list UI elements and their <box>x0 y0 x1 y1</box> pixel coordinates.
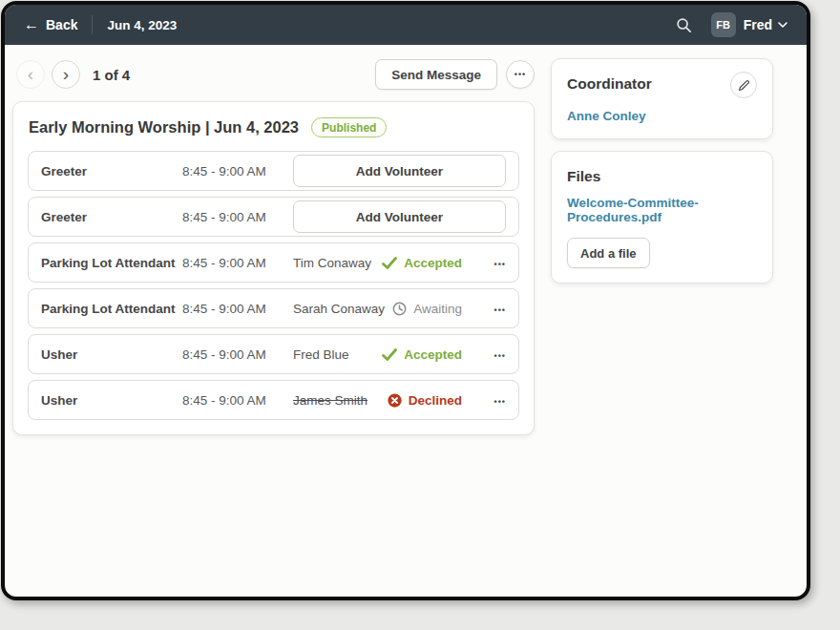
files-title: Files <box>567 164 757 185</box>
status-badge: Awaiting <box>392 302 462 316</box>
next-plan-button[interactable]: › <box>52 60 80 89</box>
plan-header: Early Morning Worship | Jun 4, 2023 Publ… <box>29 117 519 137</box>
coordinator-header: Coordinator <box>567 72 757 98</box>
toolbar-more-button[interactable]: ••• <box>506 60 535 89</box>
published-badge: Published <box>311 117 387 137</box>
app-window: ← Back Jun 4, 2023 FB Fred ‹ › 1 of 4 Se… <box>1 1 810 600</box>
position-row: Usher 8:45 - 9:00 AM James Smith Decline… <box>28 380 519 420</box>
volunteer-name: James Smith <box>293 393 388 408</box>
position-role: Greeter <box>41 164 182 178</box>
topbar-right: FB Fred <box>676 12 788 37</box>
position-time: 8:45 - 9:00 AM <box>182 256 293 270</box>
position-time: 8:45 - 9:00 AM <box>182 210 293 224</box>
ellipsis-icon: ••• <box>494 397 506 407</box>
position-row: Greeter 8:45 - 9:00 AM Add Volunteer <box>28 197 519 237</box>
volunteer-name: Fred Blue <box>293 347 382 362</box>
clock-icon <box>392 302 407 316</box>
coordinator-link[interactable]: Anne Conley <box>567 109 646 123</box>
send-message-button[interactable]: Send Message <box>375 59 497 90</box>
coordinator-card: Coordinator Anne Conley <box>551 58 773 139</box>
topbar-date: Jun 4, 2023 <box>107 18 177 32</box>
status-badge: Accepted <box>382 256 462 270</box>
status-label: Declined <box>409 393 462 408</box>
volunteer-name: Tim Conaway <box>293 256 382 270</box>
row-more-button[interactable]: ••• <box>494 298 506 320</box>
position-time: 8:45 - 9:00 AM <box>182 393 293 408</box>
add-volunteer-button[interactable]: Add Volunteer <box>293 200 506 233</box>
position-role: Usher <box>41 393 182 408</box>
user-name: Fred <box>744 17 772 32</box>
back-button[interactable]: ← Back <box>24 17 77 32</box>
search-button[interactable] <box>676 17 692 33</box>
declined-x-icon <box>388 393 402 408</box>
position-time: 8:45 - 9:00 AM <box>182 302 293 316</box>
position-time: 8:45 - 9:00 AM <box>182 347 293 362</box>
sidebar: Coordinator Anne Conley Files Welcome-Co… <box>551 58 773 435</box>
check-icon <box>382 257 397 269</box>
ellipsis-icon: ••• <box>494 305 506 315</box>
topbar: ← Back Jun 4, 2023 FB Fred <box>5 5 807 45</box>
coordinator-title: Coordinator <box>567 72 652 93</box>
status-badge: Accepted <box>382 347 462 362</box>
position-time: 8:45 - 9:00 AM <box>182 164 293 178</box>
status-label: Accepted <box>404 347 462 362</box>
position-row: Greeter 8:45 - 9:00 AM Add Volunteer <box>28 151 519 191</box>
row-more-button[interactable]: ••• <box>494 389 506 411</box>
volunteer-name: Sarah Conaway <box>293 302 392 316</box>
check-icon <box>382 348 397 361</box>
position-row: Parking Lot Attendant 8:45 - 9:00 AM Sar… <box>28 288 519 328</box>
position-role: Greeter <box>41 210 182 224</box>
prev-plan-button[interactable]: ‹ <box>16 60 45 89</box>
status-label: Accepted <box>404 256 462 270</box>
row-more-button[interactable]: ••• <box>494 344 506 366</box>
edit-coordinator-button[interactable] <box>730 72 757 98</box>
avatar[interactable]: FB <box>711 12 736 37</box>
position-rows: Greeter 8:45 - 9:00 AM Add Volunteer Gre… <box>28 151 519 420</box>
plan-card: Early Morning Worship | Jun 4, 2023 Publ… <box>12 101 535 435</box>
topbar-divider <box>92 15 93 34</box>
plan-toolbar: ‹ › 1 of 4 Send Message ••• <box>16 58 535 91</box>
plan-title: Early Morning Worship | Jun 4, 2023 <box>29 118 299 136</box>
row-more-button[interactable]: ••• <box>494 252 506 274</box>
user-menu-button[interactable]: Fred <box>744 17 788 32</box>
status-badge: Declined <box>388 393 462 408</box>
pagination-label: 1 of 4 <box>93 67 130 83</box>
position-role: Usher <box>41 347 182 362</box>
ellipsis-icon: ••• <box>494 260 506 269</box>
back-arrow-icon: ← <box>24 17 39 32</box>
files-card: Files Welcome-Committee-Procedures.pdf A… <box>551 151 773 284</box>
ellipsis-icon: ••• <box>514 71 526 79</box>
ellipsis-icon: ••• <box>494 351 506 361</box>
pencil-icon <box>738 79 750 92</box>
add-volunteer-button[interactable]: Add Volunteer <box>293 155 506 187</box>
back-label: Back <box>46 17 77 32</box>
position-row: Parking Lot Attendant 8:45 - 9:00 AM Tim… <box>28 242 519 283</box>
position-role: Parking Lot Attendant <box>41 302 182 316</box>
chevron-down-icon <box>778 22 788 28</box>
add-file-button[interactable]: Add a file <box>567 238 650 268</box>
search-icon <box>676 17 692 33</box>
main-column: ‹ › 1 of 4 Send Message ••• Early Mornin… <box>12 58 535 435</box>
position-row: Usher 8:45 - 9:00 AM Fred Blue Accepted … <box>28 334 519 374</box>
status-label: Awaiting <box>413 302 462 316</box>
file-link[interactable]: Welcome-Committee-Procedures.pdf <box>567 196 757 224</box>
position-role: Parking Lot Attendant <box>41 256 182 270</box>
content-area: ‹ › 1 of 4 Send Message ••• Early Mornin… <box>5 45 807 435</box>
